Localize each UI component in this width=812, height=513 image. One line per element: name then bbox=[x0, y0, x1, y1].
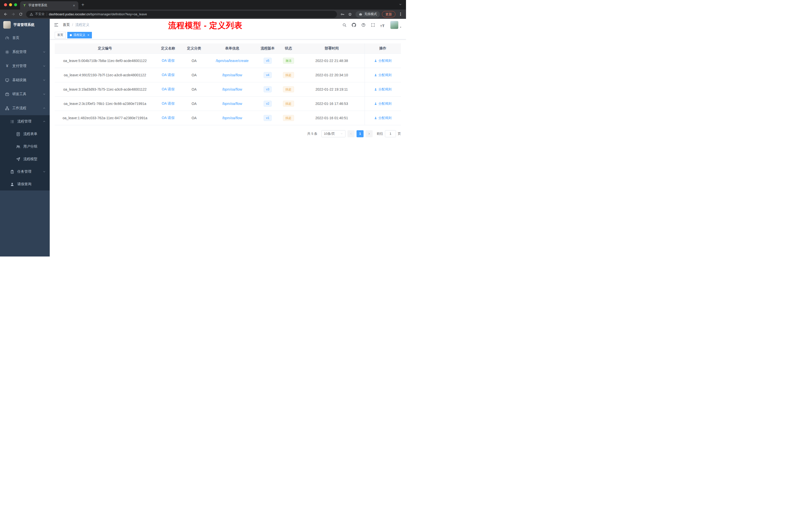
forward-icon[interactable] bbox=[9, 11, 17, 18]
definition-name-link[interactable]: OA 请假 bbox=[162, 58, 174, 62]
header-form-info: 表单信息 bbox=[207, 43, 257, 54]
fullscreen-icon[interactable] bbox=[370, 22, 376, 28]
close-window-button[interactable] bbox=[4, 3, 7, 6]
search-icon[interactable] bbox=[342, 22, 347, 28]
assign-rule-link[interactable]: 分配规则 bbox=[374, 87, 392, 92]
pagination-total: 共 5 条 bbox=[307, 131, 317, 136]
sidebar-item-process-model[interactable]: 流程模型 bbox=[0, 153, 50, 165]
sidebar-item-user-group[interactable]: 用户分组 bbox=[0, 140, 50, 153]
browser-tab[interactable]: 芋道管理系统 × bbox=[20, 1, 78, 9]
assign-rule-link[interactable]: 分配规则 bbox=[374, 101, 392, 106]
next-page-button[interactable] bbox=[366, 130, 373, 137]
tag-close-icon[interactable]: × bbox=[87, 33, 89, 37]
form-link[interactable]: /bpm/oa/flow bbox=[222, 73, 242, 77]
definition-category: OA bbox=[181, 68, 207, 82]
reload-icon[interactable] bbox=[17, 11, 24, 18]
definition-category: OA bbox=[181, 111, 207, 125]
sidebar-logo[interactable]: 芋道管理系统 bbox=[0, 19, 50, 31]
tab-close-icon[interactable]: × bbox=[72, 3, 76, 7]
table-header-row: 定义编号 定义名称 定义分类 表单信息 流程版本 状态 部署时间 操作 bbox=[55, 43, 401, 54]
chevron-up-icon bbox=[43, 107, 46, 110]
table-row: oa_leave:4:991f2193-7b7f-11ec-a3c8-acde4… bbox=[55, 68, 401, 82]
omnibox-divider bbox=[47, 12, 47, 16]
browser-menu-icon[interactable]: ⋮ bbox=[397, 11, 404, 18]
table-row: oa_leave:3:1fad3d93-7b75-11ec-a3c8-acde4… bbox=[55, 82, 401, 96]
status-badge: 挂起 bbox=[283, 86, 294, 92]
tag-home[interactable]: 首页 bbox=[55, 32, 66, 38]
header-definition-id: 定义编号 bbox=[55, 43, 155, 54]
sidebar-item-process-mgmt[interactable]: 流程管理 bbox=[0, 115, 50, 128]
bookmark-star-icon[interactable] bbox=[347, 11, 353, 18]
avatar-image bbox=[390, 21, 399, 29]
status-badge: 挂起 bbox=[283, 101, 294, 107]
assign-rule-link[interactable]: 分配规则 bbox=[374, 73, 392, 77]
password-key-icon[interactable] bbox=[339, 11, 346, 18]
user-avatar[interactable] bbox=[390, 21, 402, 29]
breadcrumb-current: 流程定义 bbox=[75, 23, 89, 27]
jump-prefix: 前往 bbox=[377, 131, 383, 136]
header-definition-name: 定义名称 bbox=[155, 43, 181, 54]
chevron-down-icon bbox=[43, 64, 46, 67]
dashboard-icon bbox=[5, 36, 9, 40]
page-number-button[interactable]: 1 bbox=[356, 130, 364, 137]
definition-name-link[interactable]: OA 请假 bbox=[162, 101, 174, 105]
minimize-window-button[interactable] bbox=[9, 3, 12, 6]
browser-tab-strip: 芋道管理系统 × + bbox=[0, 0, 406, 9]
browser-toolbar: 不安全 dashboard.yudao.iocoder.cn /bpm/mana… bbox=[0, 9, 406, 19]
address-bar[interactable]: 不安全 dashboard.yudao.iocoder.cn /bpm/mana… bbox=[26, 11, 337, 18]
sidebar-item-payment[interactable]: ¥ 支付管理 bbox=[0, 59, 50, 73]
version-badge: v3 bbox=[264, 86, 272, 92]
breadcrumb-home[interactable]: 首页 bbox=[63, 23, 70, 27]
form-link[interactable]: /bpm/oa/leave/create bbox=[216, 59, 249, 63]
sidebar-item-process-form[interactable]: 流程表单 bbox=[0, 128, 50, 140]
window-controls bbox=[4, 3, 17, 6]
version-badge: v5 bbox=[264, 58, 272, 64]
font-size-icon[interactable]: TT bbox=[380, 22, 385, 28]
help-icon[interactable] bbox=[360, 22, 366, 28]
sidebar-item-home[interactable]: 首页 bbox=[0, 31, 50, 45]
jump-input[interactable] bbox=[385, 130, 396, 137]
sidebar-item-workflow[interactable]: 工作流程 bbox=[0, 101, 50, 115]
clipboard-icon bbox=[10, 170, 14, 174]
workflow-submenu: 流程管理 流程表单 用户分组 流程模型 bbox=[0, 115, 50, 190]
sidebar-item-task-mgmt[interactable]: 任务管理 bbox=[0, 165, 50, 178]
tag-active-dot bbox=[70, 34, 72, 36]
form-link[interactable]: /bpm/oa/flow bbox=[222, 116, 242, 120]
tab-search-button[interactable] bbox=[395, 2, 406, 7]
assign-rule-link[interactable]: 分配规则 bbox=[374, 58, 392, 63]
sidebar-item-infra[interactable]: 基础设施 bbox=[0, 73, 50, 87]
incognito-icon bbox=[358, 12, 362, 16]
sidebar-toggle-icon[interactable] bbox=[54, 22, 59, 27]
list-icon bbox=[10, 119, 14, 124]
version-badge: v2 bbox=[264, 101, 272, 107]
sidebar-menu: 首页 系统管理 ¥ 支付管理 基础设施 bbox=[0, 31, 50, 256]
form-link[interactable]: /bpm/oa/flow bbox=[222, 102, 242, 105]
page-jump: 前往 页 bbox=[377, 130, 401, 137]
definition-name-link[interactable]: OA 请假 bbox=[162, 116, 174, 120]
tag-process-definition[interactable]: 流程定义 × bbox=[67, 32, 92, 38]
sidebar-item-system[interactable]: 系统管理 bbox=[0, 45, 50, 59]
definition-id: oa_leave:1:482ec033-762a-11ec-8477-a2380… bbox=[55, 111, 155, 125]
page-size-select[interactable]: 10条/页 bbox=[321, 130, 346, 137]
workflow-icon bbox=[5, 106, 9, 111]
screen: 芋道管理系统 × + 不安全 dashboard.yudao.iocoder.c… bbox=[0, 0, 406, 256]
github-icon[interactable] bbox=[351, 22, 356, 28]
prev-page-button[interactable] bbox=[348, 130, 354, 137]
zoom-window-button[interactable] bbox=[14, 3, 17, 6]
form-icon bbox=[16, 132, 20, 136]
sidebar-item-devtools[interactable]: 研发工具 bbox=[0, 87, 50, 101]
sidebar-item-leave-query[interactable]: 请假查询 bbox=[0, 178, 50, 190]
tab-title: 芋道管理系统 bbox=[28, 3, 70, 7]
update-button[interactable]: 更新 bbox=[382, 11, 396, 17]
assign-rule-link[interactable]: 分配规则 bbox=[374, 116, 392, 120]
main: 流程模型 - 定义列表 首页 / 流程定义 TT bbox=[50, 19, 406, 256]
definition-name-link[interactable]: OA 请假 bbox=[162, 87, 174, 91]
new-tab-button[interactable]: + bbox=[79, 1, 86, 8]
definition-name-link[interactable]: OA 请假 bbox=[162, 73, 174, 77]
form-link[interactable]: /bpm/oa/flow bbox=[222, 87, 242, 91]
users-icon bbox=[16, 145, 20, 149]
back-icon[interactable] bbox=[2, 11, 9, 18]
definition-category: OA bbox=[181, 82, 207, 96]
navbar: 首页 / 流程定义 TT bbox=[50, 19, 406, 31]
deploy-time: 2022-01-16 01:40:51 bbox=[299, 111, 365, 125]
